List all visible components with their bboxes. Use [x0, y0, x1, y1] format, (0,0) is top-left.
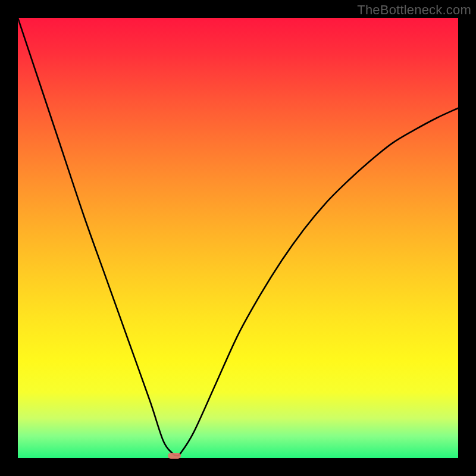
watermark-text: TheBottleneck.com [357, 2, 471, 18]
bottleneck-curve [18, 18, 458, 458]
chart-plot-area [18, 18, 458, 458]
curve-minimum-marker [168, 453, 181, 459]
chart-frame: TheBottleneck.com [0, 0, 476, 476]
